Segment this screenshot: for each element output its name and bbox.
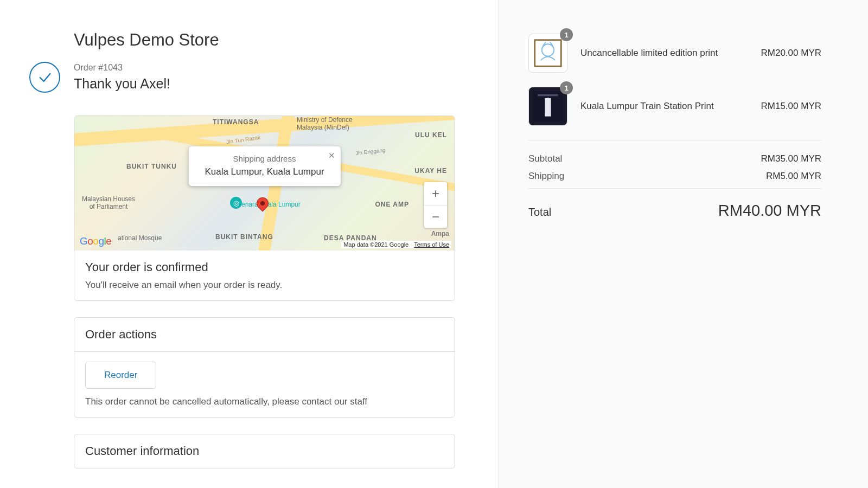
line-item-name: Uncancellable limited edition print [580,47,761,60]
zoom-out-button[interactable]: − [424,205,447,228]
shipping-map[interactable]: TITIWANGSA BUKIT TUNKU BUKIT BINTANG ULU… [74,116,455,251]
quantity-badge: 1 [560,81,573,94]
map-label-ulukel: ULU KEL [415,131,447,139]
store-title[interactable]: Vulpes Demo Store [74,30,455,50]
shipping-label: Shipping [528,171,564,182]
close-icon[interactable]: ✕ [328,151,335,160]
address-popup-value: Kuala Lumpur, Kuala Lumpur [205,166,324,177]
map-label-titiwangsa: TITIWANGSA [213,118,259,126]
order-summary-panel: 1 Uncancellable limited edition print RM… [499,0,868,488]
map-zoom-control: + − [424,182,447,228]
line-item-name: Kuala Lumpur Train Station Print [580,100,761,113]
thank-you-heading: Thank you Axel! [74,76,170,92]
subtotal-label: Subtotal [528,153,562,164]
map-label-ampa: Ampa [431,230,449,237]
map-label-jlntun: Jln Tun Razak [226,134,261,145]
order-number: Order #1043 [74,63,170,73]
zoom-in-button[interactable]: + [424,182,447,205]
map-label-mosque: ational Mosque [118,234,162,242]
line-item: 1 Uncancellable limited edition print RM… [528,34,821,73]
customer-info-title: Customer information [85,444,444,458]
map-label-parliament: Malaysian Houses of Parliament [82,195,135,210]
google-logo: Google [80,235,111,247]
success-check-icon [29,62,60,93]
order-confirmed-body: You'll receive an email when your order … [85,280,444,291]
total-label: Total [528,206,551,219]
quantity-badge: 1 [560,28,573,41]
shipping-value: RM5.00 MYR [766,171,821,182]
line-item: 1 Kuala Lumpur Train Station Print RM15.… [528,87,821,126]
map-label-mindef: Ministry of Defence Malaysia (MinDef) [297,116,353,131]
map-label-bukitbintang: BUKIT BINTANG [215,233,273,241]
map-label-bukittunku: BUKIT TUNKU [126,163,177,170]
map-label-ukayhe: UKAY HE [414,167,447,175]
map-attribution: Map data ©2021 GoogleTerms of Use [341,241,451,248]
line-item-price: RM15.00 MYR [761,101,821,112]
subtotal-value: RM35.00 MYR [761,153,821,164]
line-item-price: RM20.00 MYR [761,48,821,59]
map-label-jlnenggang: Jln Enggang [355,147,386,156]
svg-point-1 [542,44,554,56]
svg-rect-5 [538,94,558,97]
address-popup: ✕ Shipping address Kuala Lumpur, Kuala L… [188,146,340,186]
order-actions-title: Order actions [85,328,444,342]
order-confirmed-title: Your order is confirmed [85,260,444,274]
svg-point-4 [545,98,550,102]
map-terms-link[interactable]: Terms of Use [414,241,449,248]
total-value: RM40.00 MYR [718,202,821,220]
address-popup-label: Shipping address [205,154,324,163]
cancel-policy-note: This order cannot be cancelled automatic… [85,396,444,407]
reorder-button[interactable]: Reorder [85,362,156,389]
map-label-oneamp: ONE AMP [375,201,409,208]
